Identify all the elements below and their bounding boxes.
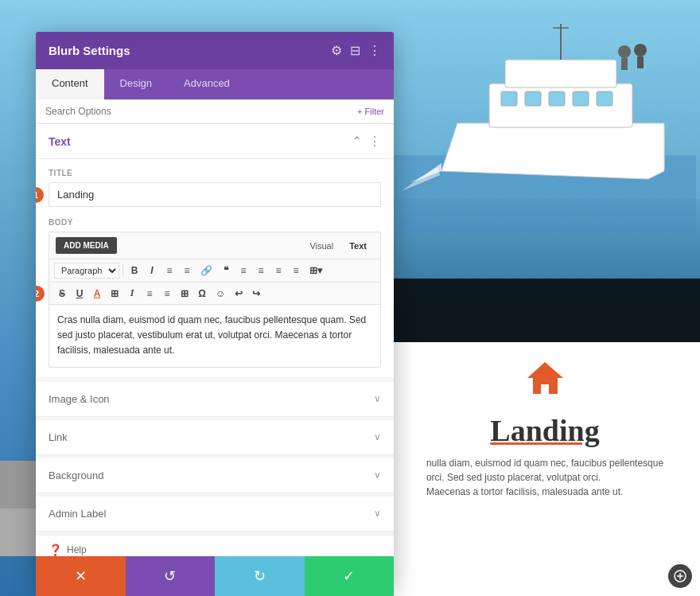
title-input[interactable] <box>49 182 381 207</box>
unordered-list-button[interactable]: ≡ <box>161 263 177 278</box>
panel-content[interactable]: Text ⌃ ⋮ Title 1 Body ADD MEDI <box>36 124 394 589</box>
text-section: Text ⌃ ⋮ Title 1 Body ADD MEDI <box>36 124 394 377</box>
align-right-button[interactable]: ≡ <box>270 263 286 278</box>
svg-rect-5 <box>501 92 517 106</box>
indent-button[interactable]: ≡ <box>142 286 158 301</box>
svg-point-13 <box>634 44 647 56</box>
image-icon-chevron: ∨ <box>374 393 381 404</box>
cancel-button[interactable]: ✕ <box>36 556 126 596</box>
align-justify-button[interactable]: ≡ <box>288 263 304 278</box>
svg-rect-12 <box>621 58 628 70</box>
align-center-button[interactable]: ≡ <box>253 263 269 278</box>
italic2-button[interactable]: I <box>124 286 140 301</box>
house-icon <box>523 358 567 407</box>
outdent-button[interactable]: ≡ <box>159 286 175 301</box>
fullscreen-button[interactable]: ⊞ <box>177 286 192 301</box>
editor-content[interactable]: Cras nulla diam, euismod id quam nec, fa… <box>49 305 380 367</box>
image-icon-header[interactable]: Image & Icon ∨ <box>36 382 394 416</box>
link-button[interactable]: 🔗 <box>196 263 216 278</box>
step-1-badge: 1 <box>36 187 44 203</box>
background-header[interactable]: Background ∨ <box>36 458 394 493</box>
title-field-wrapper: 1 <box>49 182 381 207</box>
svg-rect-10 <box>505 60 616 88</box>
visual-view-button[interactable]: Visual <box>302 238 340 254</box>
redo-button[interactable]: ↻ <box>215 556 305 596</box>
italic-button[interactable]: I <box>144 263 160 278</box>
boat-image <box>394 12 696 251</box>
add-media-button[interactable]: ADD MEDIA <box>56 237 117 254</box>
help-label: Help <box>67 544 87 555</box>
admin-label-chevron: ∨ <box>374 508 381 519</box>
svg-point-11 <box>618 45 631 58</box>
strikethrough-button[interactable]: S <box>54 286 70 301</box>
admin-label-title: Admin Label <box>49 508 106 520</box>
svg-rect-6 <box>525 92 541 106</box>
editor-toolbar-row2: 2 S U A ⊞ I ≡ ≡ ⊞ Ω ☺ ↩ ↪ <box>49 282 380 305</box>
panel-header-icons: ⚙ ⊟ ⋮ <box>331 43 381 58</box>
tab-content[interactable]: Content <box>36 69 104 99</box>
scroll-icon[interactable] <box>668 564 692 588</box>
font-color-button[interactable]: A <box>89 286 105 301</box>
paragraph-select[interactable]: Paragraph Heading 1 Heading 2 <box>54 263 119 279</box>
link-title: Link <box>49 431 68 443</box>
tab-design[interactable]: Design <box>104 69 168 99</box>
table-button[interactable]: ⊞▾ <box>305 263 326 278</box>
emoji-button[interactable]: ☺ <box>212 286 229 301</box>
text-section-title: Text <box>49 135 71 148</box>
bold-button[interactable]: B <box>126 263 142 278</box>
link-header[interactable]: Link ∨ <box>36 420 394 454</box>
step-2-badge: 2 <box>36 286 45 302</box>
preview-body: nulla diam, euismod id quam nec, faucibu… <box>426 456 663 499</box>
bottom-action-bar: ✕ ↺ ↻ ✓ <box>36 556 394 596</box>
svg-rect-14 <box>637 56 644 68</box>
text-section-body: Title 1 Body ADD MEDIA Visual Text <box>36 159 394 377</box>
dark-bar <box>390 279 700 342</box>
preview-title: Landing <box>490 413 599 448</box>
redo-editor-button[interactable]: ↪ <box>248 286 264 301</box>
filter-button[interactable]: + Filter <box>357 107 384 116</box>
save-button[interactable]: ✓ <box>305 556 395 596</box>
editor-toolbar-row1: Paragraph Heading 1 Heading 2 B I ≡ ≡ 🔗 … <box>49 259 380 282</box>
text-section-header: Text ⌃ ⋮ <box>36 124 394 159</box>
indent-more-button[interactable]: ⊞ <box>107 286 122 301</box>
admin-label-header[interactable]: Admin Label ∨ <box>36 497 394 531</box>
ordered-list-button[interactable]: ≡ <box>179 263 195 278</box>
link-section: Link ∨ <box>36 420 394 455</box>
undo-editor-button[interactable]: ↩ <box>231 286 247 301</box>
special-chars-button[interactable]: Ω <box>194 286 210 301</box>
more-icon[interactable]: ⋮ <box>368 43 381 58</box>
body-editor: ADD MEDIA Visual Text Paragraph Heading … <box>49 232 381 368</box>
preview-content: Landing nulla diam, euismod id quam nec,… <box>390 342 700 596</box>
panel-title: Blurb Settings <box>49 44 130 57</box>
options-icon[interactable]: ⋮ <box>368 134 381 149</box>
expand-icon[interactable]: ⊟ <box>350 43 360 58</box>
panel-header: Blurb Settings ⚙ ⊟ ⋮ <box>36 32 394 69</box>
background-section: Background ∨ <box>36 458 394 493</box>
search-input[interactable] <box>45 106 357 117</box>
text-view-button[interactable]: Text <box>342 238 374 254</box>
body-label: Body <box>49 218 381 227</box>
image-icon-title: Image & Icon <box>49 393 110 405</box>
link-chevron: ∨ <box>374 431 381 442</box>
search-bar: + Filter <box>36 99 394 124</box>
text-section-controls: ⌃ ⋮ <box>352 134 381 149</box>
editor-toolbar-top: ADD MEDIA Visual Text <box>49 232 380 259</box>
underline-button[interactable]: U <box>72 286 88 301</box>
background-title: Background <box>49 469 103 481</box>
panel-tabs: Content Design Advanced <box>36 69 394 99</box>
collapse-icon[interactable]: ⌃ <box>352 134 362 149</box>
settings-icon[interactable]: ⚙ <box>331 43 342 58</box>
title-label: Title <box>49 169 381 177</box>
undo-button[interactable]: ↺ <box>126 556 216 596</box>
tab-advanced[interactable]: Advanced <box>168 69 246 99</box>
admin-label-section: Admin Label ∨ <box>36 497 394 532</box>
svg-marker-17 <box>527 362 563 394</box>
blockquote-button[interactable]: ❝ <box>218 263 234 278</box>
background-chevron: ∨ <box>374 469 381 481</box>
image-icon-section: Image & Icon ∨ <box>36 382 394 417</box>
blurb-settings-panel: Blurb Settings ⚙ ⊟ ⋮ Content Design Adva… <box>36 32 394 589</box>
view-toggle: Visual Text <box>302 238 374 254</box>
align-left-button[interactable]: ≡ <box>235 263 251 278</box>
help-icon: ❓ <box>49 543 62 556</box>
svg-rect-7 <box>549 92 565 106</box>
